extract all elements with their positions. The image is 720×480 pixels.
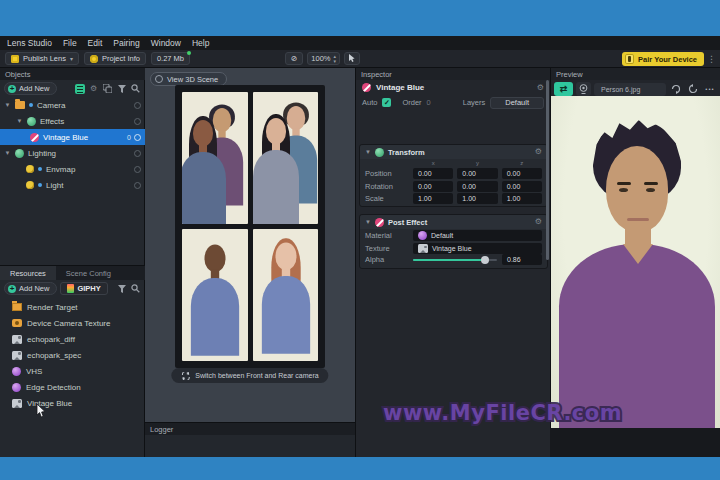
publish-lens-button[interactable]: Publish Lens ▾: [5, 52, 79, 65]
reset-preview-button[interactable]: [686, 82, 700, 96]
scale-z-field[interactable]: 1.00: [502, 193, 542, 204]
position-y-field[interactable]: 0.00: [457, 168, 497, 179]
tree-item-light[interactable]: Light: [0, 177, 145, 193]
visibility-toggle-icon[interactable]: [134, 102, 141, 109]
reload-media-button[interactable]: [669, 82, 683, 96]
zoom-stepper[interactable]: ▴ ▾: [333, 54, 336, 64]
resources-panel: Resources Scene Config + Add New GIPHY: [0, 265, 145, 457]
webcam-button[interactable]: [576, 82, 591, 96]
preview-source-dropdown[interactable]: Person 6.jpg: [594, 83, 666, 96]
slider-track[interactable]: [413, 259, 497, 261]
search-icon[interactable]: [130, 83, 141, 94]
expand-arrow-icon[interactable]: ▼: [16, 118, 23, 124]
preview-viewport[interactable]: [551, 96, 720, 428]
position-x-field[interactable]: 0.00: [413, 168, 453, 179]
post-effect-section-header[interactable]: ▼ Post Effect ⚙: [360, 215, 547, 229]
gear-icon[interactable]: ⚙: [535, 218, 542, 226]
resource-edge-detection[interactable]: Edge Detection: [0, 379, 145, 395]
select-tool-button[interactable]: [344, 52, 360, 65]
slider-thumb[interactable]: [481, 256, 489, 264]
tab-resources[interactable]: Resources: [0, 266, 56, 280]
menu-lens-studio[interactable]: Lens Studio: [7, 38, 52, 48]
objects-add-new-button[interactable]: + Add New: [4, 82, 57, 95]
tab-scene-config[interactable]: Scene Config: [56, 266, 121, 280]
camera-feed-frame: [175, 85, 325, 368]
stepper-down-icon[interactable]: ▾: [333, 59, 336, 64]
menu-window[interactable]: Window: [151, 38, 181, 48]
scene-photo-pair-2: [253, 92, 319, 224]
tree-item-camera[interactable]: ▼ Camera: [0, 97, 145, 113]
expand-arrow-icon[interactable]: ▼: [4, 102, 11, 108]
view-3d-scene-button[interactable]: View 3D Scene: [150, 72, 227, 86]
no-camera-icon: ⊘: [291, 54, 297, 63]
resource-render-target[interactable]: Render Target: [0, 299, 145, 315]
refresh-camera-icon: [671, 84, 681, 94]
visibility-toggle-icon[interactable]: [134, 150, 141, 157]
position-z-field[interactable]: 0.00: [502, 168, 542, 179]
chevron-down-icon[interactable]: ▾: [70, 56, 73, 62]
material-field[interactable]: Default: [413, 230, 542, 241]
scene-photo-woman: [253, 229, 319, 361]
menu-file[interactable]: File: [63, 38, 77, 48]
menu-help[interactable]: Help: [192, 38, 209, 48]
expand-arrow-icon[interactable]: ▼: [4, 150, 11, 156]
gear-icon[interactable]: ⚙: [537, 84, 544, 92]
more-options-icon[interactable]: ⋮: [707, 54, 716, 64]
list-view-icon[interactable]: [74, 83, 85, 94]
search-icon[interactable]: [130, 283, 141, 294]
tree-item-envmap[interactable]: Envmap: [0, 161, 145, 177]
tree-item-effects[interactable]: ▼ Effects: [0, 113, 145, 129]
menu-edit[interactable]: Edit: [88, 38, 103, 48]
resource-device-camera-texture[interactable]: Device Camera Texture: [0, 315, 145, 331]
rotation-label: Rotation: [365, 182, 409, 191]
alpha-slider[interactable]: 0.86: [413, 254, 542, 265]
visibility-toggle-icon[interactable]: [134, 134, 141, 141]
auto-checkbox[interactable]: ✓: [382, 98, 391, 107]
order-badge: 0: [127, 134, 141, 141]
camera-swap-button[interactable]: ⇄: [554, 82, 573, 96]
menu-pairing[interactable]: Pairing: [113, 38, 139, 48]
rotation-x-field[interactable]: 0.00: [413, 181, 453, 192]
scale-x-field[interactable]: 1.00: [413, 193, 453, 204]
slider-fill: [413, 259, 485, 261]
inspector-scrollbar[interactable]: [546, 80, 549, 260]
image-icon: [12, 351, 22, 360]
camera-toggle-button[interactable]: ⊘: [285, 52, 303, 65]
tree-item-vintage-blue[interactable]: Vintage Blue 0: [0, 129, 145, 145]
rotation-y-field[interactable]: 0.00: [457, 181, 497, 192]
visibility-toggle-icon[interactable]: [134, 118, 141, 125]
visibility-toggle-icon[interactable]: [134, 166, 141, 173]
layers-dropdown[interactable]: Default: [490, 97, 544, 109]
scale-y-field[interactable]: 1.00: [457, 193, 497, 204]
status-dot-icon: [187, 51, 191, 55]
resource-vintage-blue[interactable]: Vintage Blue: [0, 395, 145, 411]
objects-settings-icon[interactable]: ⚙: [88, 83, 99, 94]
resources-add-new-button[interactable]: + Add New: [4, 282, 57, 295]
resource-vhs[interactable]: VHS: [0, 363, 145, 379]
resource-echopark-spec[interactable]: echopark_spec: [0, 347, 145, 363]
post-effect-icon: [362, 83, 371, 92]
filter-icon[interactable]: [116, 283, 127, 294]
collapse-arrow-icon[interactable]: ▼: [365, 149, 371, 155]
giphy-button[interactable]: GIPHY: [60, 282, 107, 295]
filter-icon[interactable]: [116, 83, 127, 94]
collapse-arrow-icon[interactable]: ▼: [365, 219, 371, 225]
viewport-controls: ⊘ 100% ▴ ▾: [285, 52, 360, 65]
pair-your-device-button[interactable]: Pair Your Device: [622, 52, 704, 66]
tree-item-lighting[interactable]: ▼ Lighting: [0, 145, 145, 161]
zoom-level-control[interactable]: 100% ▴ ▾: [307, 52, 340, 65]
switch-camera-button[interactable]: Switch between Front and Rear camera: [171, 368, 328, 383]
resource-label: Device Camera Texture: [27, 319, 110, 328]
gear-icon[interactable]: ⚙: [535, 148, 542, 156]
rotation-z-field[interactable]: 0.00: [502, 181, 542, 192]
more-options-icon[interactable]: •••: [703, 82, 717, 96]
transform-section-header[interactable]: ▼ Transform ⚙: [360, 145, 547, 159]
order-value[interactable]: 0: [427, 98, 431, 107]
visibility-toggle-icon[interactable]: [134, 182, 141, 189]
project-info-button[interactable]: Project Info: [84, 52, 146, 65]
transform-icon: [375, 148, 384, 157]
layers-view-icon[interactable]: [102, 83, 113, 94]
texture-field[interactable]: Vintage Blue: [413, 243, 542, 254]
alpha-value-field[interactable]: 0.86: [502, 254, 542, 265]
resource-echopark-diff[interactable]: echopark_diff: [0, 331, 145, 347]
